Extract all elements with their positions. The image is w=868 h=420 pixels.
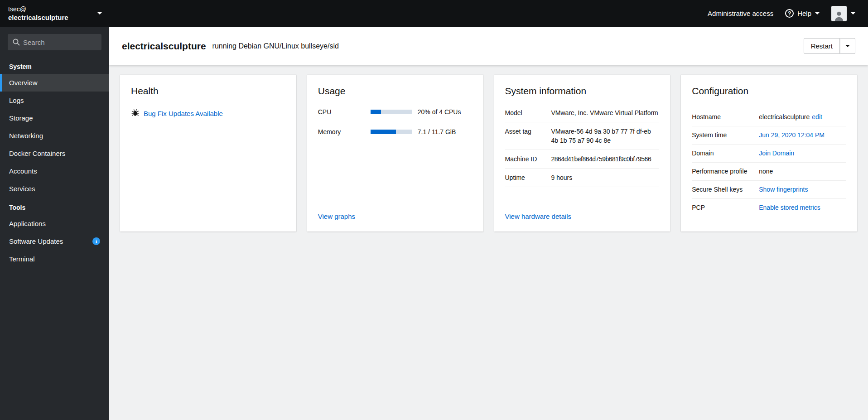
chevron-down-icon <box>815 12 820 14</box>
info-row-asset-tag: Asset tagVMware-56 4d 9a 30 b7 77 7f df-… <box>505 122 660 150</box>
info-label: Machine ID <box>505 154 547 164</box>
sidebar-item-logs[interactable]: Logs <box>0 92 109 109</box>
session-menu[interactable] <box>831 6 855 21</box>
help-menu[interactable]: ? Help <box>785 9 820 18</box>
masthead: Administrative access ? Help <box>109 0 868 27</box>
sidebar-item-label: Docker Containers <box>9 149 65 158</box>
usage-value: 7.1 / 11.7 GiB <box>418 128 473 135</box>
view-hardware-details-link[interactable]: View hardware details <box>505 212 571 220</box>
usage-card: Usage CPU20% of 4 CPUsMemory7.1 / 11.7 G… <box>307 75 483 232</box>
info-row-model: ModelVMware, Inc. VMware Virtual Platfor… <box>505 108 660 122</box>
user-hostname: electricalsculpture <box>8 13 68 22</box>
sidebar-item-label: Networking <box>9 131 43 140</box>
config-label: PCP <box>692 203 754 212</box>
config-label: System time <box>692 131 754 140</box>
config-label: Secure Shell keys <box>692 185 754 194</box>
sidebar-item-docker-containers[interactable]: Docker Containers <box>0 145 109 162</box>
system-information-card: System information ModelVMware, Inc. VMw… <box>494 75 670 232</box>
sidebar-item-label: Logs <box>9 96 24 105</box>
progress-bar <box>371 130 412 134</box>
edit-hostname-link[interactable]: edit <box>812 113 822 121</box>
usage-row-memory: Memory7.1 / 11.7 GiB <box>318 128 473 135</box>
config-value: Jun 29, 2020 12:04 PM <box>759 131 846 140</box>
sidebar-item-accounts[interactable]: Accounts <box>0 162 109 180</box>
sidebar-item-label: Overview <box>9 78 38 87</box>
help-label: Help <box>797 10 811 17</box>
config-text: none <box>759 168 773 175</box>
chevron-down-icon <box>851 12 855 14</box>
usage-label: CPU <box>318 108 365 116</box>
sidebar-item-services[interactable]: Services <box>0 180 109 198</box>
card-title: Health <box>131 86 285 97</box>
search-input[interactable] <box>8 34 101 50</box>
sidebar-item-storage[interactable]: Storage <box>0 109 109 127</box>
config-row-domain: DomainJoin Domain <box>692 145 846 163</box>
search-icon <box>12 38 20 48</box>
sidebar-item-label: Software Updates <box>9 237 63 246</box>
sidebar-item-software-updates[interactable]: Software Updatesi <box>0 232 109 250</box>
administrative-access-button[interactable]: Administrative access <box>708 10 773 17</box>
card-title: Usage <box>318 86 473 97</box>
system-information-rows: ModelVMware, Inc. VMware Virtual Platfor… <box>505 108 660 187</box>
user-menu[interactable]: tsec@ electricalsculpture <box>0 0 109 27</box>
info-value: 9 hours <box>551 173 660 182</box>
config-row-secure-shell-keys: Secure Shell keysShow fingerprints <box>692 181 846 199</box>
chevron-down-icon <box>97 12 102 14</box>
usage-label: Memory <box>318 128 365 135</box>
restart-button[interactable]: Restart <box>804 38 840 54</box>
config-text: electricalsculpture <box>759 113 810 121</box>
card-title: Configuration <box>692 86 846 97</box>
join-domain-link[interactable]: Join Domain <box>759 150 794 157</box>
card-footer: View graphs <box>318 205 473 221</box>
view-graphs-link[interactable]: View graphs <box>318 212 355 220</box>
page-title: electricalsculpture <box>122 41 206 52</box>
sidebar-item-networking[interactable]: Networking <box>0 127 109 145</box>
card-footer: View hardware details <box>505 205 660 221</box>
config-row-hostname: Hostnameelectricalsculptureedit <box>692 108 846 126</box>
bug-fix-updates-link[interactable]: Bug Fix Updates Available <box>144 110 223 117</box>
config-label: Domain <box>692 149 754 158</box>
chevron-down-icon <box>845 45 850 47</box>
config-value: electricalsculptureedit <box>759 113 846 121</box>
configuration-card: Configuration Hostnameelectricalsculptur… <box>681 75 857 232</box>
progress-fill <box>371 110 381 114</box>
avatar <box>831 6 847 21</box>
nav-section-title: System <box>0 57 109 74</box>
user-identity: tsec@ electricalsculpture <box>8 5 68 22</box>
info-label: Uptime <box>505 173 547 182</box>
sidebar-item-label: Accounts <box>9 167 37 175</box>
sidebar-item-label: Applications <box>9 219 46 228</box>
config-label: Hostname <box>692 113 754 121</box>
health-item: Bug Fix Updates Available <box>131 108 285 119</box>
sidebar-nav: SystemOverviewLogsStorageNetworkingDocke… <box>0 57 109 420</box>
sidebar-item-label: Storage <box>9 114 33 122</box>
sidebar-item-applications[interactable]: Applications <box>0 215 109 232</box>
info-badge-icon: i <box>92 237 100 245</box>
config-value: Enable stored metrics <box>759 203 846 212</box>
os-release-subtitle: running Debian GNU/Linux bullseye/sid <box>212 42 339 50</box>
config-row-system-time: System timeJun 29, 2020 12:04 PM <box>692 126 846 145</box>
config-row-performance-profile: Performance profilenone <box>692 163 846 181</box>
info-label: Asset tag <box>505 127 547 145</box>
sidebar-item-terminal[interactable]: Terminal <box>0 250 109 268</box>
health-card: Health Bug Fix Updates Available <box>120 75 296 232</box>
info-value: 2864d41bef864d759b681f9c0bf79566 <box>551 154 660 164</box>
usage-rows: CPU20% of 4 CPUsMemory7.1 / 11.7 GiB <box>318 108 473 148</box>
usage-row-cpu: CPU20% of 4 CPUs <box>318 108 473 116</box>
main-area: Administrative access ? Help electricals… <box>109 0 868 420</box>
restart-dropdown-button[interactable] <box>840 38 855 54</box>
sidebar-item-overview[interactable]: Overview <box>0 74 109 92</box>
config-value: Join Domain <box>759 149 846 158</box>
bug-icon <box>131 108 140 119</box>
system-time-link[interactable]: Jun 29, 2020 12:04 PM <box>759 131 825 139</box>
help-icon: ? <box>785 9 794 18</box>
progress-bar <box>371 110 412 114</box>
config-row-pcp: PCPEnable stored metrics <box>692 199 846 217</box>
config-value: Show fingerprints <box>759 185 846 194</box>
info-row-uptime: Uptime9 hours <box>505 169 660 187</box>
content-area: Health Bug Fix Updates Available <box>109 65 868 420</box>
show-fingerprints-link[interactable]: Show fingerprints <box>759 186 808 193</box>
sidebar-item-label: Services <box>9 184 35 193</box>
enable-stored-metrics-link[interactable]: Enable stored metrics <box>759 204 820 211</box>
progress-fill <box>371 130 396 134</box>
